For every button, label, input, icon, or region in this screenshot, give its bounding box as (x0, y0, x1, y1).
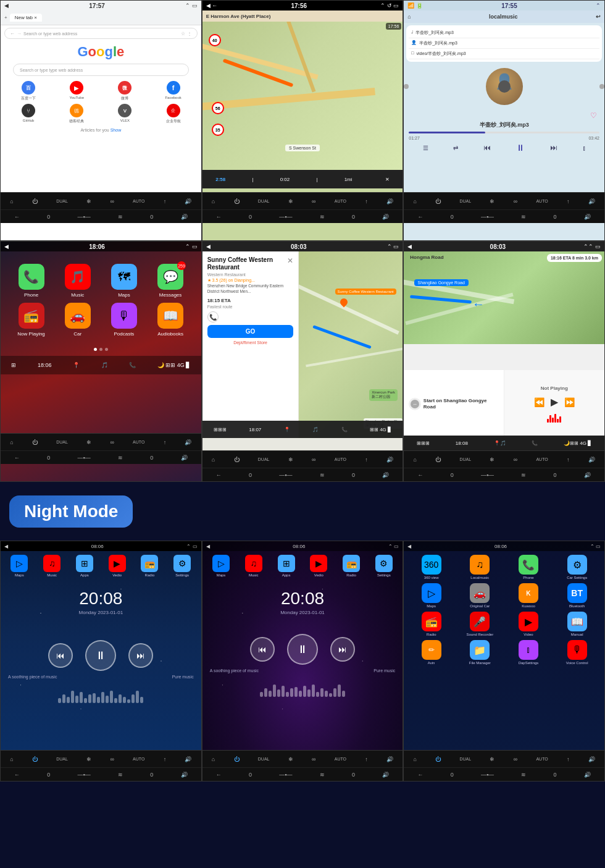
list-icon[interactable]: ☰ (423, 145, 428, 151)
home-icon-8[interactable]: ⌂ (212, 756, 215, 762)
app-voicecontrol[interactable]: 🎙 Voice Control (554, 640, 599, 665)
next-btn-8[interactable]: ⏭ (330, 637, 355, 662)
vol-ctrl-icon[interactable]: 🔊 (181, 214, 188, 220)
pause-btn-7[interactable]: ⏸ (85, 640, 116, 671)
back-icon-6[interactable]: ◀ (407, 243, 412, 250)
vol-7[interactable]: 🔊 (181, 772, 188, 778)
music-progress-bar[interactable] (409, 132, 599, 133)
power-icon-7[interactable]: ⏻ (32, 756, 38, 762)
bookmark-icon[interactable]: ☆ (181, 31, 185, 36)
back-ctrl-8[interactable]: ← (216, 772, 222, 778)
eq-icon[interactable]: ⫿ (583, 145, 586, 151)
home-icon-2[interactable]: ⌂ (212, 198, 215, 204)
vol-ctrl-icon-4[interactable]: 🔊 (181, 455, 188, 461)
back-ctrl-icon-2[interactable]: ← (216, 214, 222, 220)
app-phone[interactable]: 📞 Phone (506, 555, 551, 579)
app-bluetooth[interactable]: BT Bluetooth (554, 583, 599, 608)
app-filemanager[interactable]: 📁 File Manager (457, 640, 503, 665)
app-radio[interactable]: 📻 Radio (409, 612, 454, 636)
next-icon[interactable]: ⏭ (550, 143, 557, 152)
snow-icon[interactable]: ❄ (86, 198, 91, 204)
apps-night-8[interactable]: ⊞ Apps (278, 555, 295, 577)
back-icon-4[interactable]: ◀ (4, 243, 9, 250)
close-tab-icon[interactable]: × (34, 15, 37, 20)
power-icon-5[interactable]: ⏻ (234, 457, 240, 463)
up-icon-5[interactable]: ↑ (365, 457, 368, 463)
carplay-audiobooks[interactable]: 📖 Audiobooks (149, 303, 191, 337)
app-manual[interactable]: 📖 Manual (554, 612, 599, 636)
vol-icon-4[interactable]: 🔊 (185, 439, 191, 445)
home-icon-3b[interactable]: ⌂ (413, 198, 416, 204)
power-icon-4[interactable]: ⏻ (32, 439, 38, 445)
music-list-item-3[interactable]: □ video/半壶纱_刘珂矣.mp3 (409, 49, 599, 59)
back-icon-5[interactable]: ◀ (206, 243, 211, 250)
rew-icon[interactable]: ⏪ (534, 397, 544, 407)
power-icon-3[interactable]: ⏻ (435, 198, 441, 204)
music-night-8[interactable]: ♫ Music (245, 555, 262, 577)
vol-icon[interactable]: 🔊 (185, 198, 191, 204)
carplay-nowplaying[interactable]: 📻 Now Playing (10, 303, 52, 337)
back-ctrl-icon[interactable]: ← (14, 214, 20, 220)
up-icon[interactable]: ↑ (164, 198, 167, 204)
add-tab-icon[interactable]: + (4, 15, 7, 20)
music-list-item-1[interactable]: ♩ 半壶纱_刘珂矣.mp3 (409, 28, 599, 38)
power-icon-2[interactable]: ⏻ (234, 198, 240, 204)
vol-5[interactable]: 🔊 (382, 472, 389, 478)
power-icon-8[interactable]: ⏻ (234, 756, 240, 762)
settings-night-8[interactable]: ⚙ Settings (375, 555, 393, 577)
close-icon[interactable]: ✕ (385, 177, 390, 182)
vol-icon-2[interactable]: 🔊 (386, 198, 393, 204)
video-night-8[interactable]: ▶ Vedio (310, 555, 327, 577)
fwd-icon[interactable]: ⏩ (564, 397, 575, 407)
snow-icon-9[interactable]: ❄ (490, 756, 494, 762)
shortcut-weibo[interactable]: 微 微博 (102, 81, 148, 101)
slider-icon-4[interactable]: —▪— (78, 455, 91, 461)
app-avin[interactable]: ✏ Avin (409, 640, 454, 665)
app-carsettings[interactable]: ⚙ Car Settings (554, 555, 599, 579)
call-icon[interactable]: 📞 (207, 311, 219, 322)
vol-icon-6[interactable]: 🔊 (588, 457, 595, 463)
up-icon-3[interactable]: ↑ (567, 198, 570, 204)
home-icon-7[interactable]: ⌂ (10, 756, 13, 762)
back-icon[interactable]: ◀ (4, 2, 9, 9)
snow-icon-8[interactable]: ❄ (288, 756, 293, 762)
home-icon-4[interactable]: ⌂ (10, 439, 13, 445)
map-area[interactable]: 40 56 35 17:56 S Swenson St (202, 22, 403, 170)
app-dapsettings[interactable]: ⫿ DapSettings (506, 640, 551, 665)
carplay-messages[interactable]: 💬 259 Messages (149, 264, 191, 298)
shortcut-vlex[interactable]: V VLEX (102, 104, 148, 124)
pause-btn-8[interactable]: ⏸ (287, 634, 318, 665)
up-icon-6[interactable]: ↑ (567, 457, 570, 463)
snow-icon-6[interactable]: ❄ (490, 457, 494, 463)
carplay-podcasts[interactable]: 🎙 Podcasts (103, 303, 144, 337)
shuffle-icon[interactable]: ⇄ (453, 145, 458, 151)
vol-6[interactable]: 🔊 (584, 472, 591, 478)
power-icon[interactable]: ⏻ (32, 198, 38, 204)
power-icon-6[interactable]: ⏻ (435, 457, 441, 463)
up-icon-9[interactable]: ↑ (567, 756, 570, 762)
radio-night-8[interactable]: 📻 Radio (343, 555, 360, 577)
shortcut-4[interactable]: 企 企业导航 (150, 104, 196, 124)
maps-night-8[interactable]: ▷ Maps (212, 555, 230, 577)
snow-icon-3[interactable]: ❄ (490, 198, 494, 204)
snow-icon-5[interactable]: ❄ (288, 457, 293, 463)
back-icon-3[interactable]: ↩ (596, 14, 601, 20)
slider-icon[interactable]: —▪— (78, 214, 91, 220)
vol-ctrl-icon-2[interactable]: 🔊 (382, 214, 389, 220)
slider-icon-3[interactable]: —▪— (481, 214, 494, 220)
vol-icon-5[interactable]: 🔊 (386, 457, 393, 463)
carplay-maps[interactable]: 🗺 Maps (103, 264, 144, 298)
slider-7[interactable]: —▪— (78, 772, 91, 778)
home-icon-5[interactable]: ⌂ (212, 457, 215, 463)
up-icon-7[interactable]: ↑ (164, 756, 167, 762)
map-panel-right[interactable]: Sunny Coffee Western Restaurant Xinercun… (299, 251, 403, 438)
home-icon-9[interactable]: ⌂ (413, 756, 416, 762)
nav-back-icon[interactable]: ← (10, 31, 15, 36)
next-btn-7[interactable]: ⏭ (128, 643, 153, 668)
up-icon-8[interactable]: ↑ (365, 756, 368, 762)
power-icon-9[interactable]: ⏻ (435, 756, 441, 762)
slider-icon-2[interactable]: —▪— (279, 214, 292, 220)
snow-icon-4[interactable]: ❄ (86, 439, 91, 445)
home-icon-3[interactable]: ⌂ (407, 14, 411, 20)
back-ctrl-icon-3[interactable]: ← (417, 214, 423, 220)
